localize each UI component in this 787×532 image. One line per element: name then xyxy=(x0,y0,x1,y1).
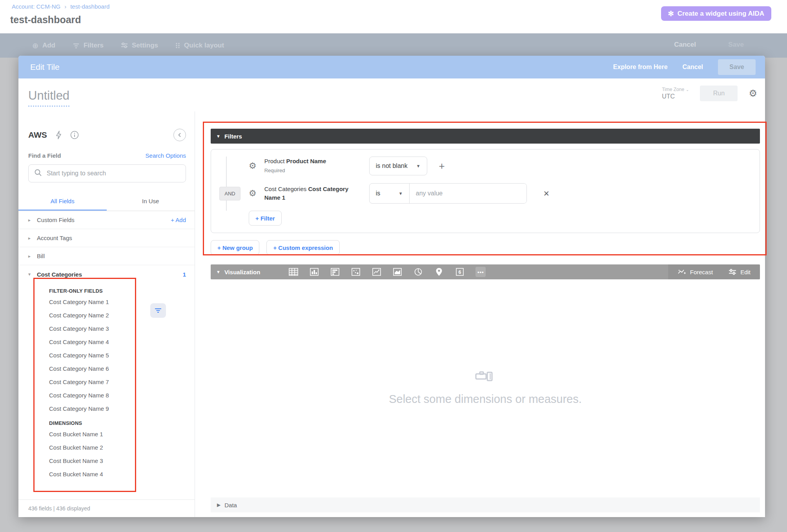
flashlight-icon xyxy=(475,370,496,383)
sidebar-section-account-tags[interactable]: ▸ Account Tags xyxy=(18,229,195,247)
remove-filter-button[interactable]: ✕ xyxy=(543,189,550,198)
field-item[interactable]: Cost Category Name 8 xyxy=(49,389,195,402)
field-item[interactable]: Cost Category Name 7 xyxy=(49,375,195,389)
collapse-panel-icon[interactable] xyxy=(173,129,186,141)
explore-title: AWS xyxy=(28,130,47,140)
edit-tile-modal: Edit Tile Explore from Here Cancel Save … xyxy=(18,56,765,517)
field-item[interactable]: Cost Category Name 2 xyxy=(49,309,195,322)
new-group-button[interactable]: + New group xyxy=(211,240,259,255)
chevron-right-icon: ▸ xyxy=(28,217,37,223)
tile-name-input[interactable]: Untitled xyxy=(28,89,69,107)
field-item[interactable]: Cost Category Name 5 xyxy=(49,349,195,362)
field-filter-active-badge[interactable] xyxy=(150,303,166,318)
field-search-box[interactable] xyxy=(28,164,186,182)
line-chart-icon[interactable] xyxy=(372,267,382,277)
app-root: Account: CCM-NG › test-dashboard test-da… xyxy=(0,0,787,532)
filter-settings-gear-icon[interactable]: ⚙ xyxy=(249,162,257,170)
filter-required-note: Required xyxy=(264,166,364,175)
chevron-down-icon: ▾ xyxy=(28,271,37,277)
page-header: Account: CCM-NG › test-dashboard test-da… xyxy=(0,0,787,33)
dashboard-cancel-button-dimmed: Cancel xyxy=(674,41,696,49)
custom-fields-add-link[interactable]: + Add xyxy=(171,217,186,223)
filter-value-input[interactable] xyxy=(410,184,526,203)
filter-settings-gear-icon[interactable]: ⚙ xyxy=(249,189,257,198)
breadcrumb-current-link[interactable]: test-dashboard xyxy=(70,3,109,10)
chevron-down-icon: ▼ xyxy=(416,164,421,168)
tab-in-use[interactable]: In Use xyxy=(107,193,195,211)
timezone-label: Time Zone xyxy=(662,87,684,92)
sparkle-icon: ✻ xyxy=(668,10,674,17)
modal-save-button[interactable]: Save xyxy=(718,59,756,75)
field-item[interactable]: Cost Bucket Name 4 xyxy=(49,468,195,481)
filter-row-product-name: ⚙ Product Product Name Required is not b… xyxy=(211,157,760,175)
single-value-icon[interactable]: 6 xyxy=(455,267,465,277)
create-widget-aida-button[interactable]: ✻ Create a widget using AIDA xyxy=(661,6,771,21)
filter-operator-select[interactable]: is ▼ xyxy=(370,184,410,203)
filters-section-header[interactable]: ▼ Filters xyxy=(211,129,760,144)
sidebar-section-cost-categories[interactable]: ▾ Cost Categories 1 xyxy=(18,265,195,283)
svg-text:6: 6 xyxy=(459,270,461,275)
field-item[interactable]: Cost Category Name 4 xyxy=(49,335,195,349)
pie-chart-icon[interactable] xyxy=(413,267,423,277)
info-icon[interactable] xyxy=(70,131,79,139)
field-search-input[interactable] xyxy=(47,170,180,177)
modal-header: Edit Tile Explore from Here Cancel Save xyxy=(18,56,765,78)
tune-icon xyxy=(121,42,128,49)
visualization-empty-state: Select some dimensions or measures. xyxy=(211,279,760,496)
breadcrumb-account-link[interactable]: Account: CCM-NG xyxy=(12,3,60,10)
scatter-plot-icon[interactable] xyxy=(351,267,361,277)
more-icon[interactable]: ••• xyxy=(475,267,486,277)
breadcrumb: Account: CCM-NG › test-dashboard xyxy=(12,3,109,10)
custom-expression-button[interactable]: + Custom expression xyxy=(266,240,339,255)
tune-icon xyxy=(729,269,736,275)
modal-title: Edit Tile xyxy=(30,62,60,72)
horizontal-bar-chart-icon[interactable] xyxy=(330,267,340,277)
timezone-selector[interactable]: Time Zone ⌄ UTC xyxy=(662,87,689,100)
filter-group: ⚙ Product Product Name Required is not b… xyxy=(211,149,760,233)
modal-cancel-button[interactable]: Cancel xyxy=(683,64,703,71)
filter-icon xyxy=(155,308,162,313)
table-icon[interactable] xyxy=(288,267,299,277)
settings-gear-icon[interactable]: ⚙ xyxy=(749,89,757,98)
field-item[interactable]: Cost Bucket Name 2 xyxy=(49,441,195,454)
field-item[interactable]: Cost Category Name 9 xyxy=(49,402,195,415)
chevron-down-icon: ▼ xyxy=(216,270,220,274)
area-chart-icon[interactable] xyxy=(392,267,403,277)
in-use-count-badge: 1 xyxy=(183,271,186,278)
add-filter-button[interactable]: + Filter xyxy=(249,211,282,226)
lightning-bolt-icon xyxy=(56,131,62,139)
dimensions-header: DIMENSIONS xyxy=(49,420,195,426)
chevron-right-icon: ▶ xyxy=(217,502,220,508)
filter-lines-icon xyxy=(73,43,80,48)
field-item[interactable]: Cost Category Name 6 xyxy=(49,362,195,375)
add-filter-value-button[interactable]: + xyxy=(439,160,445,172)
chevron-right-icon: ▸ xyxy=(28,253,37,259)
chevron-right-icon: ▸ xyxy=(28,235,37,241)
field-item[interactable]: Cost Bucket Name 3 xyxy=(49,454,195,468)
toolbar-filters-button: Filters xyxy=(73,42,104,49)
filter-operator-select[interactable]: is not blank ▼ xyxy=(369,157,427,175)
forecast-button[interactable]: Forecast xyxy=(678,269,713,275)
tile-editor-main: ▼ Filters ⚙ Product Product Name R xyxy=(195,111,765,517)
edit-visualization-button[interactable]: Edit xyxy=(729,269,751,275)
explore-from-here-link[interactable]: Explore from Here xyxy=(613,64,668,71)
tab-all-fields[interactable]: All Fields xyxy=(18,193,107,211)
chevron-down-icon: ▼ xyxy=(216,134,220,138)
toolbar-settings-button: Settings xyxy=(121,42,158,49)
map-pin-icon[interactable] xyxy=(434,267,444,277)
visualization-section-header[interactable]: ▼ Visualization xyxy=(211,264,760,279)
sidebar-section-bill[interactable]: ▸ Bill xyxy=(18,247,195,265)
search-options-link[interactable]: Search Options xyxy=(146,152,186,159)
logic-and-badge[interactable]: AND xyxy=(219,187,240,200)
dashboard-save-button-dimmed: Save xyxy=(728,41,744,49)
forecast-sparkle-icon xyxy=(678,269,686,275)
sidebar-section-custom-fields[interactable]: ▸ Custom Fields + Add xyxy=(18,211,195,229)
field-item[interactable]: Cost Category Name 1 xyxy=(49,295,195,309)
field-item[interactable]: Cost Bucket Name 1 xyxy=(49,428,195,441)
run-button[interactable]: Run xyxy=(700,86,738,101)
field-item[interactable]: Cost Category Name 3 xyxy=(49,322,195,335)
filter-row-cost-category: AND ⚙ Cost Categories Cost Category Name… xyxy=(211,183,760,204)
empty-state-text: Select some dimensions or measures. xyxy=(389,393,582,406)
column-chart-icon[interactable] xyxy=(309,267,319,277)
data-section-header[interactable]: ▶ Data xyxy=(211,497,760,512)
